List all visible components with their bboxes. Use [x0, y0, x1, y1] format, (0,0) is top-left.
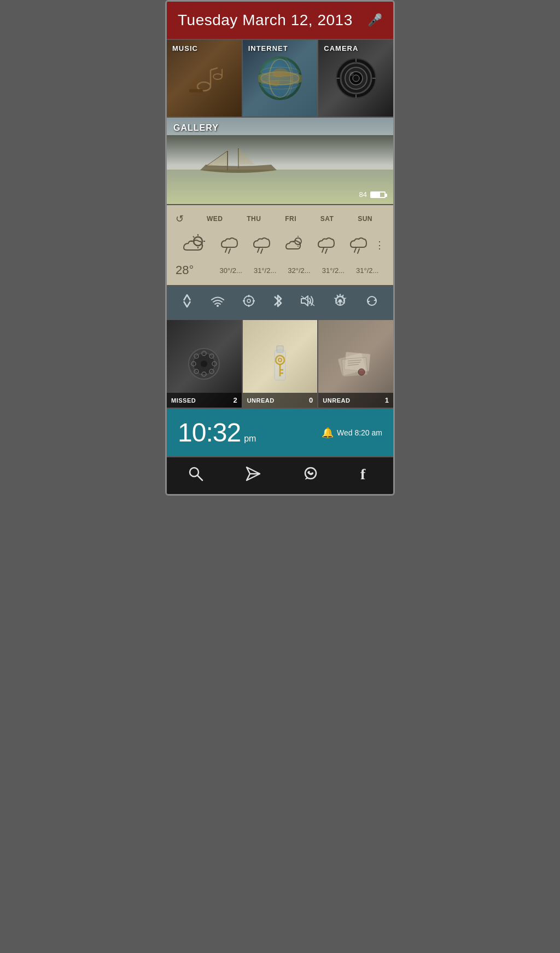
- unread-messages-bottom: UNREAD 0: [243, 393, 318, 408]
- weather-day-sat: SAT: [320, 215, 334, 223]
- svg-point-3: [213, 74, 222, 79]
- wed-weather-icon: [216, 235, 243, 255]
- partly-cloudy-icon-fri: [284, 235, 305, 255]
- weather-widget: ↺ WED THU FRI SAT SUN: [167, 204, 393, 285]
- rotate-svg: [365, 294, 379, 308]
- bluetooth-svg: [273, 294, 283, 308]
- unread-mail-count: 1: [385, 396, 389, 404]
- data-transfer-icon[interactable]: [181, 294, 193, 311]
- battery-icon: [370, 191, 386, 198]
- music-label: MUSIC: [172, 44, 198, 53]
- unread-mail-tile[interactable]: UNREAD 1: [318, 320, 393, 408]
- bluetooth-icon[interactable]: [273, 294, 283, 311]
- camera-lens-svg: [334, 56, 378, 100]
- weather-forecast-icons: [214, 235, 375, 255]
- rotate-icon[interactable]: [365, 294, 379, 311]
- weather-day-sun: SUN: [358, 215, 372, 223]
- temp-sat: 31°/2...: [319, 266, 347, 275]
- storm-icon-wed: [219, 235, 240, 255]
- facebook-nav-icon[interactable]: f: [360, 466, 372, 485]
- svg-point-36: [247, 299, 250, 303]
- svg-rect-61: [277, 346, 283, 352]
- gallery-count-number: 84: [359, 190, 367, 199]
- temp-fri: 32°/2...: [285, 266, 313, 275]
- weather-more-icon[interactable]: ⋮: [375, 239, 384, 251]
- fri-weather-icon: [281, 235, 308, 255]
- phone-container: Tuesday March 12, 2013 🎤 MUSIC: [165, 0, 395, 496]
- weather-day-thu: THU: [247, 215, 261, 223]
- storm-icon-sat: [316, 235, 337, 255]
- unread-messages-tile[interactable]: UNREAD 0: [243, 320, 319, 408]
- bottom-nav: f: [167, 456, 393, 494]
- storm-icon-sun: [348, 235, 369, 255]
- weather-temps-row: 28° 30°/2... 31°/2... 32°/2... 31°/2... …: [176, 263, 384, 277]
- music-tile[interactable]: MUSIC: [167, 40, 243, 117]
- temp-wed: 30°/2...: [217, 266, 244, 275]
- gps-svg: [242, 294, 255, 307]
- key-bottle-svg: [264, 339, 296, 388]
- auto-brightness-icon[interactable]: A: [333, 294, 347, 311]
- search-nav-icon[interactable]: [188, 466, 203, 485]
- current-weather-svg: [180, 234, 209, 257]
- unread-mail-label: UNREAD: [323, 397, 350, 404]
- arrows-updown-svg: [181, 294, 193, 308]
- music-decoration: [185, 59, 223, 97]
- volume-icon[interactable]: [300, 294, 316, 311]
- camera-label: CAMERA: [324, 44, 358, 53]
- unread-messages-count: 0: [309, 396, 313, 404]
- brightness-svg: A: [333, 294, 347, 308]
- thu-weather-icon: [248, 235, 276, 255]
- weather-icons-row: ⋮: [176, 234, 384, 257]
- temp-sun: 31°/2...: [354, 266, 381, 275]
- send-nav-icon[interactable]: [246, 466, 261, 485]
- search-svg: [188, 466, 203, 481]
- svg-point-7: [269, 59, 291, 97]
- weather-refresh-icon[interactable]: ↺: [176, 213, 184, 225]
- missed-label: MISSED: [171, 397, 196, 404]
- missed-count: 2: [233, 396, 237, 404]
- header-date: Tuesday March 12, 2013: [178, 11, 353, 29]
- weather-day-fri: FRI: [285, 215, 296, 223]
- app-tiles-row: MUSIC INTERNET: [167, 39, 393, 117]
- svg-line-28: [193, 236, 194, 237]
- wifi-icon[interactable]: [211, 295, 225, 310]
- weather-day-wed: WED: [207, 215, 223, 223]
- rotary-phone-svg: [185, 345, 223, 383]
- alarm-label: Wed 8:20 am: [337, 428, 382, 437]
- header: Tuesday March 12, 2013 🎤: [167, 2, 393, 39]
- clock-ampm: pm: [244, 434, 256, 444]
- svg-point-15: [353, 75, 359, 82]
- whatsapp-nav-icon[interactable]: [303, 466, 318, 485]
- current-temperature: 28°: [176, 263, 214, 277]
- svg-marker-47: [374, 298, 376, 301]
- send-svg: [246, 466, 261, 481]
- quick-settings-bar: A: [167, 285, 393, 319]
- weather-current-icon: [176, 234, 214, 257]
- svg-point-8: [261, 72, 299, 85]
- internet-tile[interactable]: INTERNET: [243, 40, 319, 117]
- weather-days-labels: WED THU FRI SAT SUN: [195, 215, 384, 223]
- unread-messages-label: UNREAD: [247, 397, 275, 404]
- gallery-tile[interactable]: GALLERY 84: [167, 117, 393, 204]
- letters-svg: [334, 342, 378, 386]
- missed-bottom: MISSED 2: [167, 393, 242, 408]
- battery-fill: [371, 193, 380, 197]
- temp-thu: 31°/2...: [252, 266, 279, 275]
- missed-calls-tile[interactable]: MISSED 2: [167, 320, 243, 408]
- svg-point-6: [261, 59, 299, 97]
- sat-weather-icon: [313, 235, 340, 255]
- microphone-icon[interactable]: 🎤: [368, 13, 382, 27]
- alarm-icon: 🔔: [322, 427, 334, 439]
- clock-widget: 10:32 pm 🔔 Wed 8:20 am: [167, 408, 393, 456]
- svg-point-51: [201, 361, 207, 367]
- globe-icon: [258, 56, 302, 100]
- globe-svg: [258, 56, 302, 100]
- storm-icon-thu: [252, 235, 272, 255]
- unread-mail-bottom: UNREAD 1: [318, 393, 393, 408]
- location-icon[interactable]: [242, 294, 255, 311]
- facebook-svg: f: [360, 466, 372, 481]
- boat-svg: [189, 146, 288, 178]
- svg-point-16: [349, 72, 354, 76]
- camera-tile[interactable]: CAMERA: [318, 40, 393, 117]
- internet-label: INTERNET: [248, 44, 288, 53]
